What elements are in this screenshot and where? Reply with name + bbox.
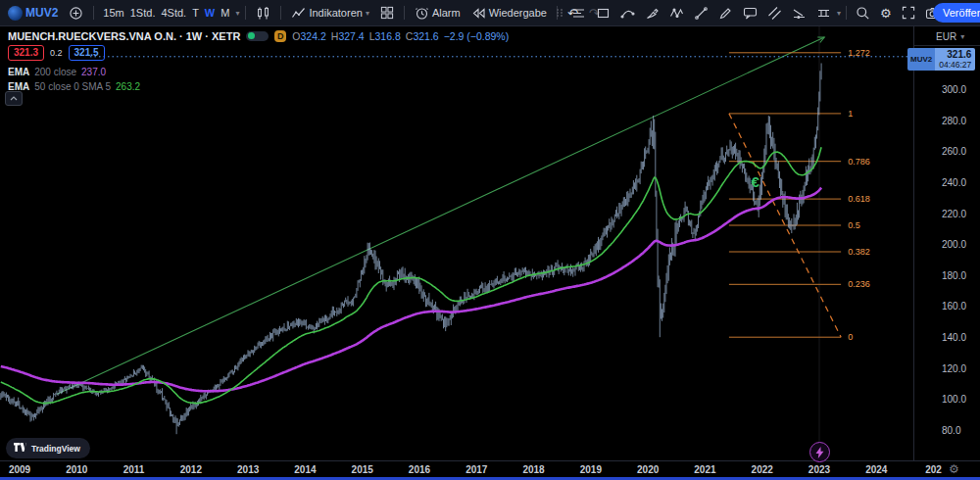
interval-T[interactable]: T — [189, 5, 202, 21]
legend-collapse-button[interactable] — [5, 91, 23, 106]
tool-measure-button[interactable] — [812, 4, 835, 23]
price-tick-160.0: 160.0 — [942, 301, 966, 312]
market-status-toggle[interactable] — [246, 31, 269, 41]
axis-settings-gear-icon[interactable]: ⚙ — [949, 462, 959, 476]
rewind-icon — [471, 6, 486, 21]
year-label-2023: 2023 — [800, 464, 839, 475]
candles-icon — [256, 6, 270, 21]
year-label-2013: 2013 — [228, 464, 268, 475]
tool-callout-icon — [743, 6, 758, 21]
fib-level-label-0: 0 — [848, 332, 853, 342]
interval-group: 15m1Std.4Std.TWM — [100, 5, 232, 21]
fib-level-label-1: 1 — [848, 109, 853, 119]
year-label-2010: 2010 — [57, 464, 96, 475]
ema200-name[interactable]: EMA — [8, 67, 29, 77]
tool-parallel-channel-icon — [767, 6, 782, 21]
tool-shapes-button[interactable] — [592, 4, 614, 23]
tradingview-logo[interactable]: TradingView — [6, 438, 90, 458]
symbol-logo-icon — [8, 6, 23, 21]
layout-grid-button[interactable] — [376, 4, 398, 22]
settings-button[interactable]: ⚙ — [876, 4, 896, 23]
price-axis-border — [913, 25, 914, 460]
price-tick-200.0: 200.0 — [942, 239, 966, 250]
replay-button[interactable]: Wiedergabe — [467, 4, 551, 23]
tools-chevron-icon[interactable]: ▾ — [837, 9, 841, 18]
publish-button[interactable]: Veröffentlichen — [933, 3, 980, 23]
tool-trend-line-button[interactable] — [690, 4, 712, 23]
toolbar-separator — [846, 6, 847, 20]
interval-4Std.[interactable]: 4Std. — [158, 5, 189, 21]
add-symbol-button[interactable] — [65, 4, 87, 23]
interval-W[interactable]: W — [202, 5, 218, 21]
symbol-ticker: MUV2 — [25, 6, 58, 20]
year-label-2015: 2015 — [343, 464, 382, 475]
price-tick-180.0: 180.0 — [942, 270, 966, 281]
indicators-button[interactable]: Indikatoren ▾ — [287, 4, 372, 23]
lightning-badge[interactable] — [809, 442, 830, 462]
price-tick-80.0: 80.0 — [942, 425, 960, 436]
alarm-clock-icon — [415, 6, 429, 21]
toolbar-drag-handle[interactable] — [557, 9, 564, 17]
euro-marker[interactable]: € — [752, 173, 760, 190]
symbol-button[interactable]: MUV2 — [4, 4, 62, 23]
tool-patterns-button[interactable] — [665, 4, 688, 23]
year-label-2024: 2024 — [857, 464, 896, 475]
ema50-value: 263.2 — [116, 81, 140, 92]
tool-arcs-button[interactable] — [616, 4, 639, 23]
ema200-params: 200 close — [34, 67, 76, 77]
year-label-2021: 2021 — [685, 464, 724, 475]
search-button[interactable] — [852, 4, 874, 23]
tool-annotation-button[interactable] — [714, 4, 737, 23]
tool-brush-icon — [645, 6, 660, 21]
year-label-2014: 2014 — [285, 464, 324, 475]
tradingview-brand-text: TradingView — [31, 444, 80, 454]
price-tick-280.0: 280.0 — [942, 116, 966, 126]
interval-M[interactable]: M — [218, 5, 232, 21]
currency-selector[interactable]: EUR ▾ — [914, 28, 980, 46]
fib-level-label-0.786: 0.786 — [848, 157, 870, 167]
ema50-line[interactable] — [1, 147, 821, 403]
tool-callout-button[interactable] — [739, 4, 761, 23]
price-bars-series — [1, 64, 821, 435]
symbol-title[interactable]: MUENCH.RUECKVERS.VNA O.N. · 1W · XETR — [8, 30, 240, 42]
plus-circle-icon — [69, 6, 83, 21]
buy-button[interactable]: 321.5 — [69, 45, 105, 61]
tradingview-app: MUV2 15m1Std.4Std.TWM ▾ — [0, 0, 980, 480]
fullscreen-button[interactable] — [898, 4, 919, 22]
toolbar-separator — [245, 6, 246, 20]
tool-forecast-button[interactable] — [788, 4, 810, 23]
open-value: 324.2 — [301, 30, 326, 42]
interval-menu-chevron-icon[interactable]: ▾ — [235, 9, 239, 18]
tool-measure-icon — [816, 6, 831, 21]
year-label-2011: 2011 — [115, 464, 154, 475]
interval-1Std.[interactable]: 1Std. — [127, 5, 159, 21]
tool-trend-line-icon — [694, 6, 709, 21]
time-axis[interactable]: 2009201020112012201320142015201620172018… — [0, 461, 980, 477]
legend-title-row: MUENCH.RUECKVERS.VNA O.N. · 1W · XETR D … — [8, 28, 509, 43]
year-label-2009: 2009 — [0, 464, 39, 475]
year-label-2020: 2020 — [628, 464, 667, 475]
spread-value: 0.2 — [50, 48, 63, 58]
toolbar-right-group: ▾ ⚙ — [557, 0, 944, 25]
tool-brush-button[interactable] — [641, 4, 663, 23]
chart-style-button[interactable] — [252, 4, 274, 23]
price-tick-120.0: 120.0 — [942, 363, 966, 374]
top-toolbar: MUV2 15m1Std.4Std.TWM ▾ — [0, 0, 980, 26]
price-tick-240.0: 240.0 — [942, 177, 966, 188]
last-price-value: 321.6 — [939, 49, 971, 60]
delayed-data-badge[interactable]: D — [274, 30, 286, 42]
interval-15m[interactable]: 15m — [100, 5, 126, 21]
ema50-params: 50 close 0 SMA 5 — [34, 81, 111, 92]
layout-grid-icon — [380, 6, 394, 20]
alarm-button[interactable]: Alarm — [411, 4, 465, 23]
fib-level-label-0.618: 0.618 — [848, 194, 870, 204]
tool-trend-lines-button[interactable] — [567, 4, 590, 23]
sell-button[interactable]: 321.3 — [8, 45, 44, 61]
tool-parallel-channel-button[interactable] — [763, 4, 786, 23]
market-open-dot-icon — [248, 32, 255, 39]
search-icon — [856, 6, 870, 21]
replay-label: Wiedergabe — [489, 7, 547, 19]
drawing-tools-group — [567, 4, 835, 23]
tool-arcs-icon — [620, 6, 635, 21]
indicator-row-ema200: EMA 200 close 237.0 — [8, 65, 509, 79]
